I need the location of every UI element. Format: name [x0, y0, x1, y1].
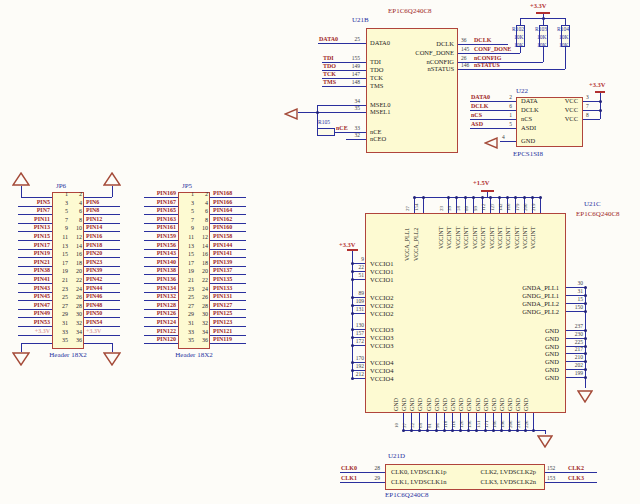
pin-name: VCCA_PLL2	[413, 228, 420, 261]
pin-name: nCEO	[370, 135, 386, 142]
pin-name: VCCIO1	[370, 276, 393, 283]
pin-number: 58	[455, 206, 462, 211]
header-pin-number: 25	[56, 294, 68, 301]
pin-name: nCONFIG	[394, 58, 454, 65]
pin-number: 230	[567, 331, 583, 338]
net-label: PIN120	[140, 336, 176, 343]
pin-name: GND	[483, 398, 490, 411]
junction-dot	[422, 196, 425, 199]
header-pin-number: 19	[56, 268, 68, 275]
pin-name: GND	[495, 343, 559, 350]
header-pin-number: 4	[70, 200, 82, 207]
u21b-refdes: U21B	[352, 17, 369, 24]
jp6-part: Header 18X2	[46, 352, 90, 359]
header-pin-number: 32	[196, 320, 208, 327]
junction-dot	[451, 429, 454, 432]
net-label: PIN21	[14, 259, 50, 266]
pin-name: GND	[401, 398, 408, 411]
pin-name: GND	[442, 398, 449, 411]
wire	[298, 112, 317, 113]
u22-refdes: U22	[516, 88, 528, 95]
wire	[352, 378, 365, 379]
jp6-row-wire	[84, 335, 120, 336]
junction-dot	[443, 429, 446, 432]
pin-number: 131	[353, 306, 364, 313]
wire	[543, 18, 544, 25]
pin-name: MSEL1	[370, 108, 391, 115]
pin-number: 80	[463, 206, 470, 211]
pin-number: 126	[458, 421, 465, 429]
header-pin-number: 26	[70, 294, 82, 301]
power-arrow-icon	[103, 172, 121, 190]
net-label: PIN17	[14, 242, 50, 249]
jp5-row-wire	[210, 343, 246, 344]
jp6-row-wire	[18, 274, 52, 275]
pin-number: 26	[461, 55, 467, 62]
jp5-row-wire	[210, 257, 246, 258]
pin-number: 25	[344, 36, 360, 43]
pin-number: 157	[353, 330, 364, 337]
pin-name: TMS	[370, 82, 383, 89]
junction-dot	[584, 360, 587, 363]
pin-number: 212	[353, 371, 364, 378]
pin-number: 6	[500, 103, 512, 110]
wire	[21, 343, 22, 352]
pin-name: DATA	[521, 97, 538, 104]
pin-name: TDI	[370, 58, 381, 65]
jp5-row-wire	[210, 317, 246, 318]
jp5-row-wire	[144, 283, 178, 284]
header-pin-number: 29	[182, 311, 194, 318]
header-pin-number: 16	[70, 251, 82, 258]
jp5-refdes: JP5	[182, 183, 192, 190]
net-label: PIN141	[213, 250, 253, 257]
pin-number: 15	[567, 296, 583, 303]
pin-name: GND	[417, 398, 424, 411]
header-pin-number: 10	[196, 225, 208, 232]
header-pin-number: 7	[56, 217, 68, 224]
net-label: DATA0	[319, 36, 338, 43]
pin-number: 112	[480, 204, 487, 211]
u22-pin-wire	[470, 119, 516, 120]
jp6-row-wire	[18, 317, 52, 318]
pin-name: VCC	[540, 97, 578, 104]
u21d-pin-wire	[340, 482, 385, 483]
pin-name: CLK2, LVDSCLK2p	[432, 468, 536, 475]
pin-number: 149	[344, 63, 360, 70]
pin-name: DCLK	[521, 106, 539, 113]
pin-name: GND	[409, 398, 416, 411]
pin-number: 27	[404, 206, 411, 211]
jp6-row-wire	[84, 214, 120, 215]
pin-number: 52	[409, 423, 416, 428]
header-pin-number: 3	[182, 200, 194, 207]
header-pin-number: 1	[56, 191, 68, 198]
pin-number: 22	[353, 264, 364, 271]
jp6-row-wire	[18, 283, 52, 284]
pin-name: GND	[495, 327, 559, 334]
junction-dot	[584, 294, 587, 297]
header-pin-number: 9	[56, 225, 68, 232]
pin-name: VCCIO3	[370, 334, 393, 341]
wire	[352, 279, 365, 280]
pin-name: GND	[475, 398, 482, 411]
pin-number: 225	[567, 339, 583, 346]
junction-dot	[467, 429, 470, 432]
pin-name: GND	[458, 398, 465, 411]
pin-name: VCCIO4	[370, 375, 393, 382]
header-pin-number: 23	[56, 286, 68, 293]
pin-name: VCCIO1	[370, 268, 393, 275]
pin-number: 171	[483, 421, 490, 429]
header-pin-number: 23	[182, 286, 194, 293]
header-pin-number: 33	[56, 329, 68, 336]
wire	[84, 343, 112, 344]
junction-dot	[532, 429, 535, 432]
pin-name: VCCINT	[530, 227, 537, 249]
pin-number: 153	[547, 475, 555, 482]
ground-arrow-icon	[103, 352, 121, 370]
pin-number: 23	[438, 206, 445, 211]
u21c-top-rail	[414, 197, 541, 198]
net-label: PIN164	[213, 207, 253, 214]
header-pin-number: 4	[196, 200, 208, 207]
pin-name: VCCIO4	[370, 359, 393, 366]
pin-name: GND	[450, 398, 457, 411]
junction-dot	[410, 429, 413, 432]
